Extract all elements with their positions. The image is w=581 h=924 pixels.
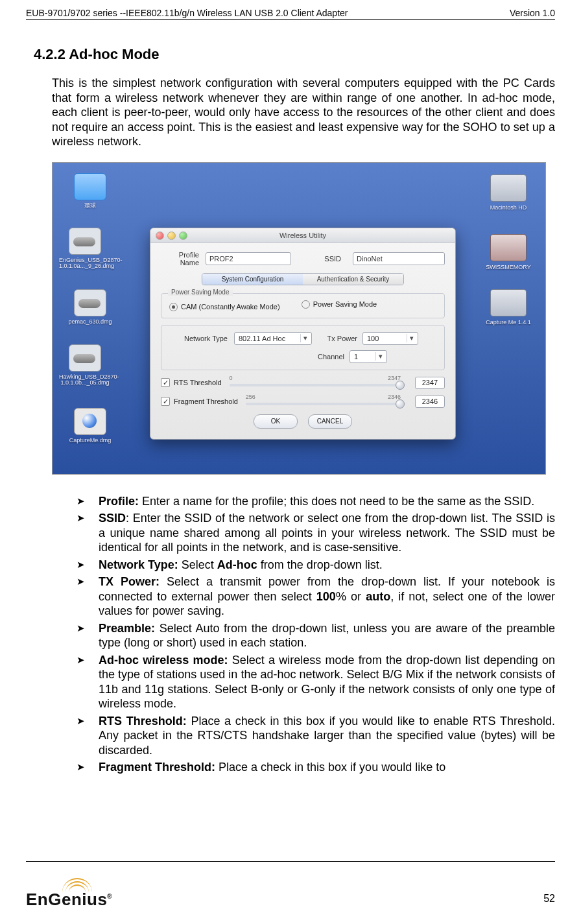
- header-right: Version 1.0: [510, 8, 555, 18]
- disk-image-icon: [69, 344, 101, 372]
- list-item: ➤Profile: Enter a name for the profile; …: [77, 494, 555, 509]
- brand-logo: EnGenius®: [26, 878, 130, 910]
- mounted-disk[interactable]: SWISSMEMORY: [479, 234, 538, 270]
- wifi-arc-icon: [65, 878, 130, 891]
- channel-select[interactable]: 1▾: [350, 350, 387, 363]
- list-item-text: SSID: Enter the SSID of the network or s…: [99, 511, 555, 555]
- list-item: ➤SSID: Enter the SSID of the network or …: [77, 511, 555, 555]
- network-type-label: Network Type: [169, 335, 234, 342]
- network-type-select[interactable]: 802.11 Ad Hoc▾: [234, 332, 312, 345]
- window-title: Wireless Utility: [279, 231, 326, 239]
- ssid-label: SSID: [303, 255, 348, 263]
- cancel-button[interactable]: CANCEL: [308, 414, 352, 429]
- desktop-icon-label: CaptureMe.dmg: [64, 438, 116, 444]
- mounted-disk[interactable]: Macintosh HD: [479, 174, 538, 211]
- hard-drive-icon: [490, 289, 527, 316]
- radio-cam[interactable]: CAM (Constantly Awake Mode): [169, 303, 280, 311]
- list-item-text: Profile: Enter a name for the profile; t…: [99, 494, 555, 509]
- disk-image-icon: [74, 289, 106, 316]
- desktop-icon-label: EnGenius_USB_D2870-1.0.1.0a..._9_26.dmg: [59, 257, 111, 270]
- tx-power-select[interactable]: 100▾: [362, 332, 418, 345]
- bullet-icon: ➤: [77, 494, 99, 509]
- folder-icon: [74, 173, 106, 200]
- list-item-text: Fragment Threshold: Place a check in thi…: [99, 760, 555, 775]
- network-group: Network Type 802.11 Ad Hoc▾ Tx Power 100…: [161, 325, 445, 370]
- list-item-text: TX Power: Select a transmit power from t…: [99, 575, 555, 619]
- fragment-threshold-checkbox[interactable]: ✓Fragment Threshold: [161, 397, 238, 406]
- channel-label: Channel: [169, 353, 350, 361]
- desktop-icon[interactable]: 環球: [64, 173, 116, 209]
- config-tabs[interactable]: System Configuration Authentication & Se…: [202, 273, 404, 285]
- list-item-text: RTS Threshold: Place a check in this box…: [99, 714, 555, 758]
- wireless-utility-window: Wireless Utility Profile Name PROF2 SSID…: [150, 228, 456, 440]
- bullet-icon: ➤: [77, 511, 99, 555]
- field-description-list: ➤Profile: Enter a name for the profile; …: [77, 494, 555, 775]
- slider-knob-icon[interactable]: [396, 381, 405, 390]
- desktop-icon[interactable]: EnGenius_USB_D2870-1.0.1.0a..._9_26.dmg: [59, 228, 111, 270]
- close-icon[interactable]: [156, 231, 164, 240]
- intro-paragraph: This is the simplest network configurati…: [52, 76, 555, 149]
- bullet-icon: ➤: [77, 621, 99, 650]
- desktop-icon[interactable]: Hawking_USB_D2870-1.0.1.0b..._05.dmg: [59, 344, 111, 387]
- list-item: ➤Ad-hoc wireless mode: Select a wireless…: [77, 653, 555, 711]
- chevron-down-icon: ▾: [407, 334, 416, 342]
- bullet-icon: ➤: [77, 714, 99, 758]
- desktop-icon[interactable]: pemac_630.dmg: [64, 289, 116, 326]
- ok-button[interactable]: OK: [254, 414, 298, 429]
- list-item-text: Preamble: Select Auto from the drop-down…: [99, 621, 555, 650]
- zoom-icon[interactable]: [179, 231, 187, 240]
- page-header: EUB-9701/9702 series --IEEE802.11b/g/n W…: [26, 0, 555, 20]
- disk-image-icon: [69, 228, 101, 255]
- desktop-icon-label: pemac_630.dmg: [64, 319, 116, 326]
- profile-name-input[interactable]: PROF2: [206, 252, 291, 265]
- minimize-icon[interactable]: [167, 231, 176, 240]
- bullet-icon: ➤: [77, 653, 99, 711]
- bullet-icon: ➤: [77, 760, 99, 775]
- document-page: EUB-9701/9702 series --IEEE802.11b/g/n W…: [0, 0, 581, 924]
- footer-rule: [26, 861, 555, 862]
- usb-drive-icon: [490, 234, 527, 261]
- hard-drive-icon: [490, 174, 527, 202]
- list-item: ➤Fragment Threshold: Place a check in th…: [77, 760, 555, 775]
- list-item: ➤TX Power: Select a transmit power from …: [77, 575, 555, 619]
- header-left: EUB-9701/9702 series --IEEE802.11b/g/n W…: [26, 8, 348, 18]
- radio-psm[interactable]: Power Saving Mode: [302, 300, 377, 309]
- window-titlebar[interactable]: Wireless Utility: [150, 228, 455, 243]
- section-title: 4.2.2 Ad-hoc Mode: [34, 46, 555, 63]
- disk-label: SWISSMEMORY: [479, 264, 538, 270]
- disk-label: Macintosh HD: [479, 204, 538, 211]
- rts-threshold-value[interactable]: 2347: [415, 377, 445, 389]
- chevron-down-icon: ▾: [300, 334, 310, 342]
- fragment-threshold-slider[interactable]: 256 2346: [246, 403, 401, 405]
- mounted-disk[interactable]: Capture Me 1.4.1: [479, 289, 538, 326]
- power-saving-group: Power Saving Mode CAM (Constantly Awake …: [161, 293, 445, 318]
- slider-knob-icon[interactable]: [396, 399, 405, 409]
- tab-system-configuration[interactable]: System Configuration: [202, 274, 303, 285]
- list-item: ➤RTS Threshold: Place a check in this bo…: [77, 714, 555, 758]
- fragment-threshold-value[interactable]: 2346: [415, 396, 445, 408]
- profile-name-label: Profile Name: [161, 251, 206, 267]
- rts-threshold-slider[interactable]: 0 2347: [230, 384, 401, 386]
- disk-label: Capture Me 1.4.1: [479, 319, 538, 326]
- chevron-down-icon: ▾: [375, 352, 385, 361]
- traffic-lights[interactable]: [156, 231, 187, 240]
- desktop-icon-label: Hawking_USB_D2870-1.0.1.0b..._05.dmg: [59, 374, 111, 387]
- list-item: ➤Network Type: Select Ad-hoc from the dr…: [77, 558, 555, 573]
- ssid-input[interactable]: DinoNet: [353, 252, 445, 265]
- desktop-icon[interactable]: CaptureMe.dmg: [64, 408, 116, 444]
- bullet-icon: ➤: [77, 558, 99, 573]
- tx-power-label: Tx Power: [312, 335, 362, 342]
- list-item-text: Network Type: Select Ad-hoc from the dro…: [99, 558, 555, 573]
- rts-threshold-checkbox[interactable]: ✓RTS Threshold: [161, 378, 222, 387]
- page-number: 52: [543, 893, 555, 905]
- bullet-icon: ➤: [77, 575, 99, 619]
- list-item: ➤Preamble: Select Auto from the drop-dow…: [77, 621, 555, 650]
- desktop-icon-label: 環球: [64, 203, 116, 209]
- power-saving-legend: Power Saving Mode: [168, 289, 233, 296]
- app-icon: [74, 408, 106, 435]
- list-item-text: Ad-hoc wireless mode: Select a wireless …: [99, 653, 555, 711]
- embedded-screenshot: 環球EnGenius_USB_D2870-1.0.1.0a..._9_26.dm…: [52, 162, 546, 475]
- tab-authentication-security[interactable]: Authentication & Security: [303, 274, 403, 285]
